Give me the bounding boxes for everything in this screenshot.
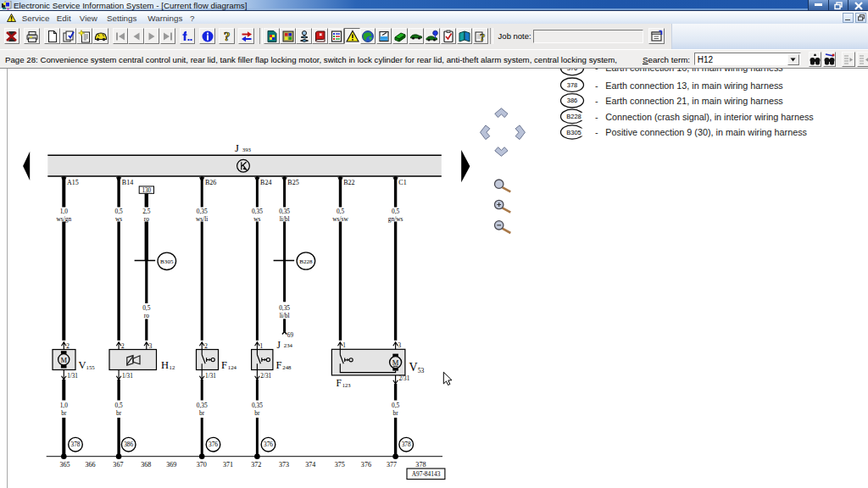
svg-text:2: 2 xyxy=(204,343,208,350)
svg-text:0,5: 0,5 xyxy=(392,208,400,215)
svg-text:M: M xyxy=(60,356,67,364)
svg-text:ws/li: ws/li xyxy=(196,215,208,223)
svg-text:393: 393 xyxy=(242,147,252,152)
svg-text:ws: ws xyxy=(115,215,122,223)
svg-text:378: 378 xyxy=(415,461,426,469)
svg-text:B305: B305 xyxy=(160,258,174,265)
svg-text:130: 130 xyxy=(142,187,151,194)
svg-text:365: 365 xyxy=(59,461,70,469)
svg-text:-: - xyxy=(595,69,598,73)
svg-text:0,35: 0,35 xyxy=(279,208,290,215)
svg-text:br: br xyxy=(254,409,260,417)
svg-text:376: 376 xyxy=(264,441,273,448)
svg-text:ws/gn: ws/gn xyxy=(56,215,71,223)
svg-text:1/31: 1/31 xyxy=(122,373,133,380)
svg-text:M: M xyxy=(392,358,399,367)
svg-text:2: 2 xyxy=(121,343,125,350)
svg-text:373: 373 xyxy=(279,461,289,469)
svg-text:376: 376 xyxy=(209,441,218,448)
svg-text:B228: B228 xyxy=(566,113,581,120)
svg-text:369: 369 xyxy=(166,461,176,469)
svg-text:-: - xyxy=(595,80,598,91)
svg-text:F: F xyxy=(221,359,227,371)
svg-text:248: 248 xyxy=(282,364,292,370)
svg-text:A15: A15 xyxy=(67,179,79,186)
svg-text:1/31: 1/31 xyxy=(205,373,216,380)
svg-text:V: V xyxy=(79,359,86,371)
svg-text:ro: ro xyxy=(144,312,149,319)
svg-text:371: 371 xyxy=(223,461,233,469)
svg-text:-: - xyxy=(595,112,598,122)
svg-text:0,5: 0,5 xyxy=(114,402,123,409)
svg-text:A97-84143: A97-84143 xyxy=(412,470,441,478)
svg-text:367: 367 xyxy=(113,461,123,469)
svg-text:?: ? xyxy=(480,30,486,43)
svg-text:0,35: 0,35 xyxy=(197,402,208,409)
svg-text:234: 234 xyxy=(284,342,293,348)
svg-text:Earth connection 21, in main w: Earth connection 21, in main wiring harn… xyxy=(605,96,783,106)
svg-text:368: 368 xyxy=(141,461,151,469)
svg-text:Earth connection 16, in main w: Earth connection 16, in main wiring harn… xyxy=(605,69,783,73)
svg-text:B228: B228 xyxy=(299,258,313,265)
svg-text:ws: ws xyxy=(253,215,260,223)
svg-text:386: 386 xyxy=(567,97,578,104)
svg-text:1,0: 1,0 xyxy=(60,208,69,215)
svg-text:br: br xyxy=(199,409,205,417)
svg-text:B305: B305 xyxy=(566,129,581,136)
svg-text:1: 1 xyxy=(259,343,263,350)
svg-text:-: - xyxy=(595,127,598,137)
svg-text:370: 370 xyxy=(197,461,207,469)
svg-text:366: 366 xyxy=(86,461,96,469)
svg-text:?: ? xyxy=(224,30,231,43)
svg-text:2/31: 2/31 xyxy=(399,375,410,382)
svg-text:Earth connection 13, in main w: Earth connection 13, in main wiring harn… xyxy=(605,80,783,91)
svg-text:0,35: 0,35 xyxy=(252,402,263,409)
svg-text:2/31: 2/31 xyxy=(260,373,271,380)
svg-text:376: 376 xyxy=(567,69,578,72)
svg-text:br: br xyxy=(116,409,122,417)
svg-text:br: br xyxy=(393,409,399,417)
svg-text:376: 376 xyxy=(361,461,371,469)
svg-text:12: 12 xyxy=(170,364,175,370)
svg-text:J: J xyxy=(277,340,281,350)
svg-text:3: 3 xyxy=(149,343,153,350)
svg-text:br: br xyxy=(61,409,67,417)
svg-text:J: J xyxy=(235,142,239,154)
svg-text:li/bl: li/bl xyxy=(280,215,290,223)
svg-text:gn/ws: gn/ws xyxy=(388,215,403,223)
svg-text:378: 378 xyxy=(70,441,80,448)
svg-text:378: 378 xyxy=(567,81,578,89)
svg-text:Positive connection 9 (30), in: Positive connection 9 (30), in main wiri… xyxy=(605,127,807,137)
svg-text:372: 372 xyxy=(251,461,261,469)
svg-text:375: 375 xyxy=(335,461,345,469)
svg-text:386: 386 xyxy=(124,441,133,448)
svg-text:-: - xyxy=(595,96,598,106)
svg-text:2: 2 xyxy=(66,343,70,350)
svg-text:0,35: 0,35 xyxy=(252,208,263,215)
svg-text:1/31: 1/31 xyxy=(67,373,78,380)
svg-text:B25: B25 xyxy=(287,179,298,186)
svg-text:1,0: 1,0 xyxy=(60,402,69,409)
svg-text:0,5: 0,5 xyxy=(114,208,123,215)
svg-text:69: 69 xyxy=(287,332,294,339)
svg-text:53: 53 xyxy=(418,367,425,374)
svg-text:3: 3 xyxy=(398,342,402,349)
svg-text:123: 123 xyxy=(342,382,351,388)
svg-text:378: 378 xyxy=(402,441,411,448)
svg-text:H: H xyxy=(161,359,169,371)
svg-text:F: F xyxy=(337,378,342,388)
svg-text:B14: B14 xyxy=(122,179,133,186)
svg-text:2,5: 2,5 xyxy=(142,208,151,215)
svg-text:B24: B24 xyxy=(260,179,271,186)
svg-text:124: 124 xyxy=(228,364,237,370)
svg-text:155: 155 xyxy=(86,364,96,370)
svg-text:ro: ro xyxy=(144,215,149,223)
svg-text:0,5: 0,5 xyxy=(337,208,345,215)
svg-text:B26: B26 xyxy=(205,179,216,186)
svg-text:1: 1 xyxy=(342,342,346,349)
svg-text:Connection (crash signal), in: Connection (crash signal), in interior w… xyxy=(605,112,814,122)
svg-text:0,5: 0,5 xyxy=(392,402,400,409)
svg-text:B22: B22 xyxy=(343,179,354,186)
svg-text:V: V xyxy=(409,361,418,374)
svg-text:C1: C1 xyxy=(398,179,406,186)
